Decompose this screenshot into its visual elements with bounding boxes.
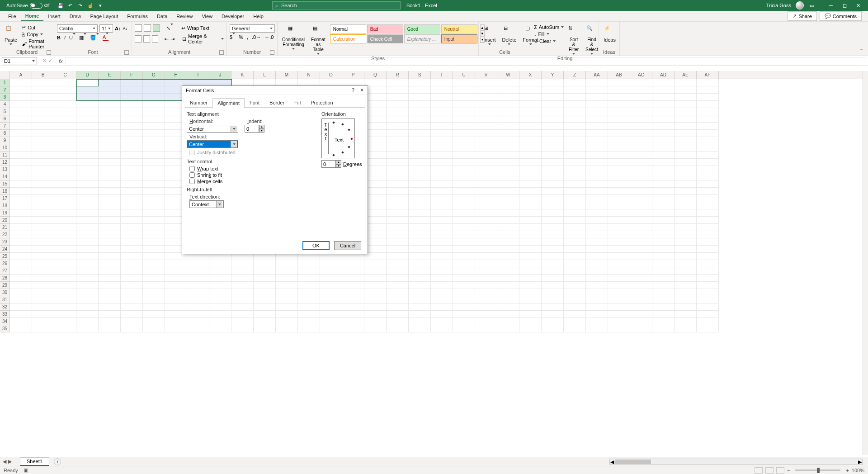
cell[interactable] (10, 282, 32, 289)
number-dialog-launcher[interactable] (270, 50, 274, 55)
cell[interactable] (76, 311, 99, 318)
cell[interactable] (608, 195, 630, 202)
cell[interactable] (697, 325, 719, 332)
cell[interactable] (608, 86, 630, 94)
cell[interactable] (475, 238, 497, 246)
cell[interactable] (475, 217, 497, 224)
cell[interactable] (32, 159, 54, 166)
cell[interactable] (298, 267, 320, 275)
cell[interactable] (231, 267, 254, 275)
cell[interactable] (475, 101, 497, 108)
cell[interactable] (697, 303, 719, 311)
cell[interactable] (608, 180, 630, 188)
cell[interactable] (608, 303, 630, 311)
cell[interactable] (697, 115, 719, 123)
cell[interactable] (519, 260, 542, 267)
cell[interactable] (630, 325, 652, 332)
cell[interactable] (475, 311, 497, 318)
merge-cells-check[interactable] (189, 179, 195, 184)
close-button[interactable]: ✕ (852, 1, 864, 9)
cell[interactable] (542, 231, 564, 238)
cell[interactable] (475, 231, 497, 238)
cell[interactable] (99, 253, 121, 260)
cell[interactable] (475, 318, 497, 325)
cell[interactable] (32, 79, 54, 86)
cell[interactable] (364, 311, 387, 318)
cell[interactable] (254, 311, 276, 318)
cell[interactable] (564, 238, 586, 246)
cell[interactable] (497, 86, 519, 94)
cell[interactable] (497, 188, 519, 195)
cell[interactable] (54, 159, 76, 166)
cell[interactable] (675, 231, 697, 238)
cell[interactable] (121, 296, 143, 303)
cell[interactable] (276, 311, 298, 318)
cell[interactable] (497, 79, 519, 86)
cell[interactable] (519, 137, 542, 144)
cell[interactable] (254, 260, 276, 267)
ribbon-display-icon[interactable]: ▭ (808, 2, 816, 9)
column-header-X[interactable]: X (519, 71, 542, 79)
column-header-AB[interactable]: AB (608, 71, 630, 79)
cell[interactable] (608, 188, 630, 195)
tab-page-layout[interactable]: Page Layout (85, 12, 123, 21)
cell[interactable] (121, 152, 143, 159)
cell[interactable] (10, 115, 32, 123)
cell[interactable] (652, 325, 675, 332)
cell[interactable] (497, 311, 519, 318)
cell[interactable] (32, 231, 54, 238)
cell[interactable] (630, 231, 652, 238)
cell[interactable] (143, 289, 165, 296)
cell[interactable] (121, 224, 143, 231)
cell[interactable] (608, 152, 630, 159)
cell[interactable] (99, 159, 121, 166)
comments-button[interactable]: 💬Comments (820, 11, 862, 21)
cell[interactable] (99, 325, 121, 332)
cell[interactable] (342, 289, 364, 296)
cell[interactable] (409, 318, 431, 325)
cell[interactable] (542, 188, 564, 195)
cell[interactable] (519, 325, 542, 332)
cell[interactable] (586, 282, 608, 289)
column-header-T[interactable]: T (431, 71, 453, 79)
cell[interactable] (586, 123, 608, 130)
number-format-combo[interactable]: General (230, 24, 275, 33)
font-color-button[interactable]: A (103, 34, 108, 41)
delete-cells-button[interactable]: ⊟Delete (500, 24, 519, 46)
cell[interactable] (431, 195, 453, 202)
cell[interactable] (519, 303, 542, 311)
cell[interactable] (542, 289, 564, 296)
cell[interactable] (586, 253, 608, 260)
cell[interactable] (652, 101, 675, 108)
cell[interactable] (143, 246, 165, 253)
cell[interactable] (32, 108, 54, 115)
cell[interactable] (431, 303, 453, 311)
cell[interactable] (630, 246, 652, 253)
cell[interactable] (431, 130, 453, 137)
cell[interactable] (453, 86, 475, 94)
cell[interactable] (10, 94, 32, 101)
cell[interactable] (564, 144, 586, 152)
cell[interactable] (10, 209, 32, 217)
cell[interactable] (586, 202, 608, 209)
cell[interactable] (409, 152, 431, 159)
cell[interactable] (276, 267, 298, 275)
column-header-S[interactable]: S (409, 71, 431, 79)
cell[interactable] (652, 123, 675, 130)
cell[interactable] (564, 231, 586, 238)
cell[interactable] (652, 275, 675, 282)
cell[interactable] (652, 246, 675, 253)
row-header-30[interactable]: 30 (0, 289, 10, 296)
cell[interactable] (320, 325, 342, 332)
cell[interactable] (187, 267, 209, 275)
cell[interactable] (231, 311, 254, 318)
cell[interactable] (54, 195, 76, 202)
cell[interactable] (453, 79, 475, 86)
cell[interactable] (143, 152, 165, 159)
column-header-AE[interactable]: AE (675, 71, 697, 79)
cell[interactable] (475, 180, 497, 188)
cell[interactable] (608, 130, 630, 137)
cell[interactable] (564, 188, 586, 195)
cell[interactable] (519, 94, 542, 101)
cell[interactable] (431, 209, 453, 217)
